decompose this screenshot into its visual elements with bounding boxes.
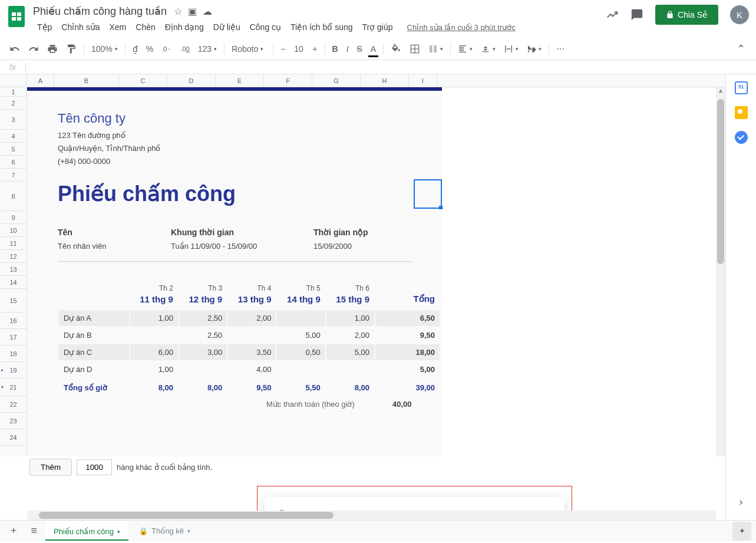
menu-data[interactable]: Dữ liệu [209,20,245,34]
increase-decimal-button[interactable]: .00 [177,43,193,55]
row-header-17[interactable]: 17 [0,329,27,345]
horizontal-scrollbar[interactable] [27,511,716,520]
collapse-toolbar-icon[interactable]: ⌃ [732,40,750,58]
cells-area[interactable]: Tên công ty 123 Tên đường phố Quận/Huyện… [27,87,725,456]
more-formats-dropdown[interactable]: 123 [194,42,220,56]
col-header-F[interactable]: F [264,74,312,87]
row-header-16[interactable]: 16 [0,312,27,329]
decrease-decimal-button[interactable]: .0← [158,43,176,55]
row-header-2[interactable]: 2 [0,97,27,110]
all-sheets-button[interactable]: ≡ [25,521,44,541]
row-header-19[interactable]: 19▸ [0,362,27,379]
move-icon[interactable]: ▣ [188,6,197,17]
merge-button[interactable] [425,42,447,56]
rotate-button[interactable] [523,42,545,56]
activity-icon[interactable] [606,8,619,21]
halign-button[interactable] [454,42,476,56]
col-header-B[interactable]: B [54,74,119,87]
chevron-down-icon[interactable]: ▾ [187,528,190,534]
add-rows-button[interactable]: Thêm [29,459,72,476]
zoom-dropdown[interactable]: 100% [88,42,121,56]
row-header-13[interactable]: 13 [0,263,27,276]
last-edit-link[interactable]: Chỉnh sửa lần cuối 3 phút trước [403,21,520,34]
col-header-D[interactable]: D [167,74,216,87]
font-dropdown[interactable]: Roboto [228,42,269,56]
add-rows-input[interactable] [77,459,112,475]
row-header-11[interactable]: 11 [0,237,27,250]
currency-button[interactable]: ₫ [129,42,141,56]
row-header-12[interactable]: 12 [0,250,27,263]
more-button[interactable]: ⋯ [553,42,568,56]
row-header-14[interactable]: 14 [0,276,27,289]
print-button[interactable] [44,41,61,57]
address-line1: 123 Tên đường phố [58,131,126,140]
text-color-button[interactable]: A [367,42,379,56]
period-label: Khung thời gian [171,228,234,237]
avatar[interactable]: K [730,5,749,24]
row-header-3[interactable]: 3 [0,110,27,130]
fontsize-decrease[interactable]: − [277,42,289,56]
row-header-23[interactable]: 23 [0,413,27,429]
col-header-A[interactable]: A [27,74,54,87]
menu-tools[interactable]: Công cụ [246,20,285,34]
title-area: Phiếu chấm công hàng tuần ☆ ▣ ☁ Tệp Chỉn… [33,5,606,34]
row-header-5[interactable]: 5 [0,143,27,156]
row-header-18[interactable]: 18 [0,345,27,362]
strike-button[interactable]: S [354,42,366,56]
percent-button[interactable]: % [143,42,157,56]
undo-button[interactable] [6,41,24,57]
calendar-icon[interactable] [735,81,748,94]
menu-edit[interactable]: Chỉnh sửa [57,20,104,34]
row-header-10[interactable]: 10 [0,224,27,237]
bold-button[interactable]: B [329,42,342,56]
keep-icon[interactable] [735,106,748,119]
wrap-button[interactable] [500,42,522,56]
menu-addons[interactable]: Tiện ích bổ sung [286,20,356,34]
row-header-6[interactable]: 6 [0,156,27,169]
menu-format[interactable]: Định dạng [161,20,208,34]
chevron-down-icon[interactable]: ▾ [117,529,120,535]
menu-help[interactable]: Trợ giúp [358,20,397,34]
font-size-input[interactable]: 10 [290,41,308,57]
cloud-icon[interactable]: ☁ [203,6,212,17]
col-header-H[interactable]: H [361,74,409,87]
italic-button[interactable]: I [343,42,352,56]
tasks-icon[interactable] [735,131,748,144]
menu-insert[interactable]: Chèn [131,20,159,34]
menu-file[interactable]: Tệp [33,20,56,34]
row-header-9[interactable]: 9 [0,211,27,224]
menu-view[interactable]: Xem [105,20,131,34]
valign-button[interactable] [477,42,499,56]
fontsize-increase[interactable]: + [309,42,321,56]
share-button[interactable]: Chia Sẻ [655,5,718,25]
row-header-22[interactable]: 22 [0,396,27,413]
star-icon[interactable]: ☆ [174,6,182,17]
comments-icon[interactable] [630,8,643,21]
paint-format-button[interactable] [62,41,80,57]
col-header-C[interactable]: C [119,74,167,87]
document-title[interactable]: Phiếu chấm công hàng tuần [33,5,167,18]
borders-button[interactable] [406,41,424,57]
vertical-scrollbar[interactable]: ▲ [716,87,725,456]
row-header-4[interactable]: 4 [0,130,27,143]
row-header-21[interactable]: 21▾ [0,379,27,396]
col-header-G[interactable]: G [312,74,361,87]
hide-sidepanel-icon[interactable]: › [740,496,743,508]
fill-handle[interactable] [439,206,443,209]
header-right: Chia Sẻ K [606,5,749,25]
row-header-7[interactable]: 7 [0,169,27,182]
sheets-logo[interactable] [5,5,28,28]
row-header-24[interactable]: 24 [0,429,27,446]
col-header-I[interactable]: I [409,74,437,87]
fill-color-button[interactable] [387,41,405,57]
sheet-tab-locked[interactable]: 🔒 Thống kê▾ [131,522,199,540]
explore-button[interactable]: ✦ [732,522,751,541]
row-header-15[interactable]: 15 [0,289,27,312]
redo-button[interactable] [25,41,42,57]
col-header-E[interactable]: E [216,74,264,87]
row-header-8[interactable]: 8 [0,182,27,211]
select-all-corner[interactable] [0,74,27,87]
row-header-1[interactable]: 1 [0,87,27,97]
add-sheet-button[interactable]: + [5,521,23,541]
sheet-tab-active[interactable]: Phiếu chấm công▾ [45,521,128,541]
